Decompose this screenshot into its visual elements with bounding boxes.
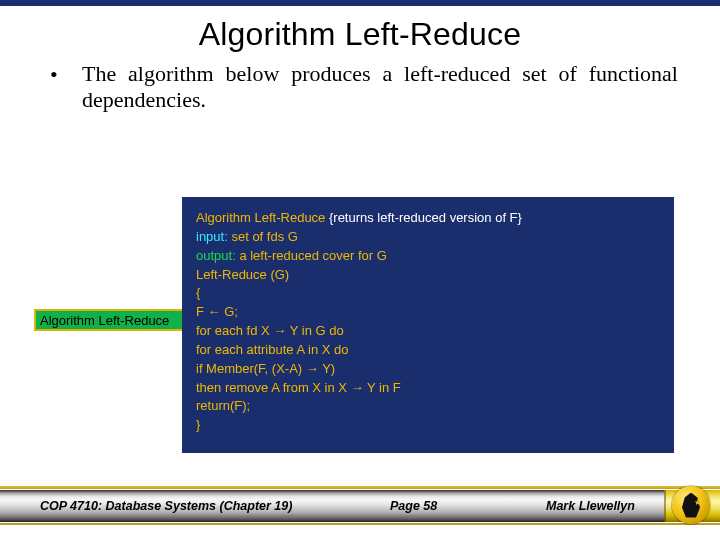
footer-trim-top [0,486,720,489]
slide-container: Algorithm Left-Reduce • The algorithm be… [0,0,720,540]
algorithm-label-box: Algorithm Left-Reduce [34,309,202,331]
code-line-1: Algorithm Left-Reduce {returns left-redu… [196,209,660,228]
code-line-9: if Member(F, (X-A) → Y) [196,360,660,379]
slide-title: Algorithm Left-Reduce [0,6,720,61]
slide-body: • The algorithm below produces a left-re… [0,61,720,490]
footer-text-row: COP 4710: Database Systems (Chapter 19) … [0,490,664,522]
code-text: a left-reduced cover for G [236,248,387,263]
code-line-8: for each attribute A in X do [196,341,660,360]
bullet-text: The algorithm below produces a left-redu… [82,61,684,114]
code-text: set of fds G [228,229,298,244]
code-head: Algorithm Left-Reduce [196,210,325,225]
footer-author: Mark Llewellyn [546,499,635,513]
code-line-4: Left-Reduce (G) [196,266,660,285]
code-line-3: output: a left-reduced cover for G [196,247,660,266]
code-line-6: F ← G; [196,303,660,322]
code-comment: {returns left-reduced version of F} [325,210,522,225]
logo-shield-icon: ★ [682,493,700,518]
code-line-12: } [196,416,660,435]
code-line-11: return(F); [196,397,660,416]
footer-course: COP 4710: Database Systems (Chapter 19) [40,499,292,513]
logo-star-icon: ★ [694,497,701,506]
code-line-7: for each fd X → Y in G do [196,322,660,341]
footer-trim-bottom [0,523,720,525]
code-line-2: input: set of fds G [196,228,660,247]
code-line-10: then remove A from X in X → Y in F [196,379,660,398]
bullet-marker: • [50,61,82,89]
code-keyword-input: input: [196,229,228,244]
algorithm-label-text: Algorithm Left-Reduce [40,313,169,328]
ucf-logo: ★ [672,486,710,524]
bullet-item: • The algorithm below produces a left-re… [50,61,684,114]
code-line-5: { [196,284,660,303]
footer-page: Page 58 [390,499,437,513]
code-keyword-output: output: [196,248,236,263]
footer: COP 4710: Database Systems (Chapter 19) … [0,490,720,540]
algorithm-code-box: Algorithm Left-Reduce {returns left-redu… [182,197,674,453]
